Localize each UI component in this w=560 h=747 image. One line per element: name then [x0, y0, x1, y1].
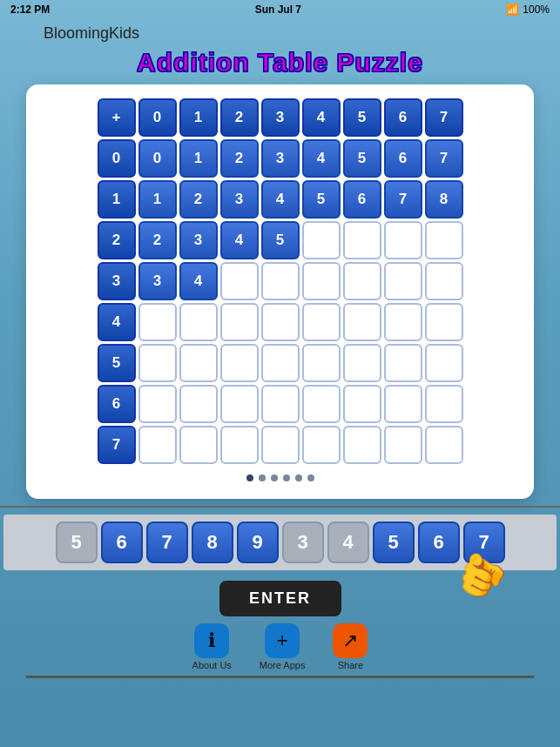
grid-cell-6-5[interactable] — [343, 385, 381, 423]
tray-number-8[interactable]: 6 — [418, 522, 460, 563]
grid-cell-5-0[interactable] — [138, 344, 177, 382]
number-tray[interactable]: 5678934567 — [3, 515, 557, 570]
grid-cell-6-3[interactable] — [261, 385, 300, 423]
grid-cell-1-2: 3 — [220, 180, 259, 219]
grid-cell-7-7[interactable] — [425, 426, 463, 464]
grid-row-header-3: 3 — [98, 262, 136, 300]
plus-icon: + — [265, 623, 300, 658]
grid-cell-1-3: 4 — [261, 180, 300, 219]
grid-cell-7-2[interactable] — [220, 426, 259, 464]
grid-row-header-0: 0 — [98, 139, 136, 178]
grid-cell-3-6[interactable] — [384, 262, 422, 300]
grid-header-7: 6 — [384, 98, 422, 137]
grid-cell-4-5[interactable] — [343, 303, 381, 341]
enter-button[interactable]: ENTER — [219, 581, 341, 616]
grid-header-8: 7 — [425, 98, 463, 137]
grid-cell-5-1[interactable] — [179, 344, 218, 382]
grid-cell-2-6[interactable] — [384, 221, 422, 259]
grid-cell-3-3[interactable] — [261, 262, 300, 300]
grid-row-header-4: 4 — [98, 303, 136, 341]
grid-cell-2-4[interactable] — [302, 221, 341, 259]
divider — [0, 506, 560, 508]
grid-cell-4-4[interactable] — [302, 303, 341, 341]
tray-number-2[interactable]: 7 — [146, 522, 188, 563]
wifi-icon: 📶 — [506, 3, 519, 16]
grid-cell-2-1: 3 — [179, 221, 218, 259]
status-date: Sun Jul 7 — [255, 3, 301, 16]
dot-0[interactable] — [246, 474, 253, 481]
grid-cell-4-2[interactable] — [220, 303, 259, 341]
grid-cell-4-3[interactable] — [261, 303, 300, 341]
grid-cell-2-7[interactable] — [425, 221, 463, 259]
grid-cell-1-0: 1 — [138, 180, 177, 219]
grid-cell-0-2: 2 — [220, 139, 259, 178]
tray-number-0[interactable]: 5 — [56, 522, 98, 563]
grid-cell-6-0[interactable] — [138, 385, 177, 423]
grid-cell-3-7[interactable] — [425, 262, 463, 300]
grid-cell-2-2: 4 — [220, 221, 259, 259]
main-card: +01234567001234567112345678223453344567 — [26, 84, 534, 499]
page-dots — [35, 474, 525, 481]
brand-name: BloomingKids — [0, 19, 560, 44]
dot-2[interactable] — [271, 474, 278, 481]
grid-cell-5-6[interactable] — [384, 344, 422, 382]
status-right: 📶 100% — [506, 3, 550, 16]
dot-4[interactable] — [295, 474, 302, 481]
grid-cell-5-5[interactable] — [343, 344, 381, 382]
nav-label-2: Share — [338, 660, 363, 670]
tray-number-4[interactable]: 9 — [237, 522, 279, 563]
grid-cell-3-4[interactable] — [302, 262, 341, 300]
battery-level: 100% — [523, 3, 550, 16]
grid-cell-5-2[interactable] — [220, 344, 259, 382]
grid-cell-7-6[interactable] — [384, 426, 422, 464]
grid-cell-5-7[interactable] — [425, 344, 463, 382]
tray-number-7[interactable]: 5 — [373, 522, 415, 563]
dot-1[interactable] — [259, 474, 266, 481]
grid-cell-7-1[interactable] — [179, 426, 218, 464]
nav-item-0[interactable]: ℹAbout Us — [192, 623, 232, 670]
grid-cell-4-6[interactable] — [384, 303, 422, 341]
grid-cell-5-4[interactable] — [302, 344, 341, 382]
grid-row-header-1: 1 — [98, 180, 136, 219]
info-icon: ℹ — [194, 623, 229, 658]
dot-3[interactable] — [283, 474, 290, 481]
tray-number-6[interactable]: 4 — [327, 522, 369, 563]
nav-item-1[interactable]: +More Apps — [260, 623, 306, 670]
tray-number-3[interactable]: 8 — [192, 522, 233, 563]
grid-cell-1-6: 7 — [384, 180, 422, 219]
grid-cell-0-0: 0 — [138, 139, 177, 178]
grid-row-header-7: 7 — [98, 426, 136, 464]
grid-cell-2-5[interactable] — [343, 221, 381, 259]
grid-cell-7-0[interactable] — [138, 426, 177, 464]
puzzle-grid: +01234567001234567112345678223453344567 — [98, 98, 463, 464]
grid-header-3: 2 — [220, 98, 259, 137]
grid-cell-4-0[interactable] — [138, 303, 177, 341]
grid-cell-6-1[interactable] — [179, 385, 218, 423]
grid-cell-7-4[interactable] — [302, 426, 341, 464]
grid-cell-4-1[interactable] — [179, 303, 218, 341]
grid-header-0: + — [98, 98, 136, 137]
grid-header-6: 5 — [343, 98, 381, 137]
grid-cell-6-7[interactable] — [425, 385, 463, 423]
grid-cell-3-0: 3 — [138, 262, 177, 300]
tray-number-5[interactable]: 3 — [282, 522, 324, 563]
grid-cell-2-3: 5 — [261, 221, 300, 259]
grid-cell-1-5: 6 — [343, 180, 381, 219]
nav-item-2[interactable]: ↗Share — [333, 623, 368, 670]
grid-cell-6-4[interactable] — [302, 385, 341, 423]
grid-cell-3-2[interactable] — [220, 262, 259, 300]
tray-number-1[interactable]: 6 — [101, 522, 143, 563]
dot-5[interactable] — [307, 474, 314, 481]
grid-cell-7-5[interactable] — [343, 426, 381, 464]
grid-cell-4-7[interactable] — [425, 303, 463, 341]
grid-cell-6-6[interactable] — [384, 385, 422, 423]
grid-cell-3-5[interactable] — [343, 262, 381, 300]
grid-cell-5-3[interactable] — [261, 344, 300, 382]
tray-number-9[interactable]: 7 — [463, 522, 505, 563]
grid-header-1: 0 — [138, 98, 177, 137]
status-time: 2:12 PM — [10, 3, 50, 16]
grid-header-4: 3 — [261, 98, 300, 137]
grid-cell-1-1: 2 — [179, 180, 218, 219]
grid-cell-7-3[interactable] — [261, 426, 300, 464]
grid-cell-6-2[interactable] — [220, 385, 259, 423]
